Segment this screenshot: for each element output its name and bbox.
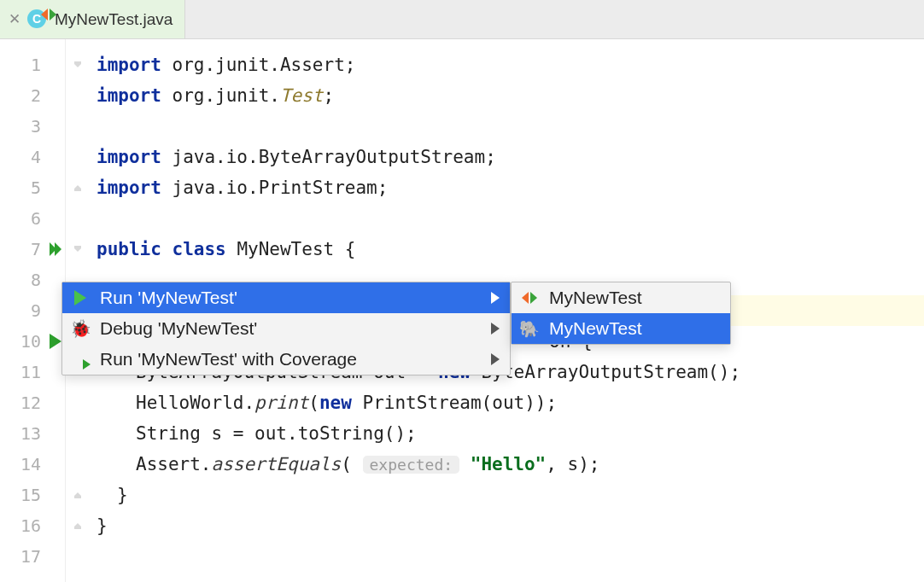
close-tab-icon[interactable]: ✕ [9,10,20,28]
line-number[interactable]: 16 [0,510,65,541]
run-class-gutter-icon[interactable] [55,242,61,256]
menu-item-debug[interactable]: 🐞 Debug 'MyNewTest' [62,313,510,344]
gradle-icon: 🐘 [520,319,539,339]
fold-marker-icon[interactable] [71,181,85,195]
code-line[interactable]: } [66,480,924,510]
menu-item-coverage[interactable]: Run 'MyNewTest' with Coverage [62,344,510,375]
line-number[interactable]: 2 [0,80,65,111]
editor-tabbar: ✕ C MyNewTest.java [0,0,924,39]
java-class-test-icon: C [27,9,48,30]
line-number[interactable]: 12 [0,387,65,418]
code-line[interactable] [66,203,924,234]
code-line[interactable]: public class MyNewTest { [66,234,924,265]
line-number[interactable]: 1 [0,49,65,80]
parameter-hint: expected: [363,456,460,474]
submenu-item-gradle[interactable]: 🐘 MyNewTest [512,313,730,344]
line-number[interactable]: 7 [0,234,65,265]
fold-marker-icon[interactable] [71,519,85,533]
menu-item-label: Debug 'MyNewTest' [100,318,257,339]
code-editor: 1 2 3 4 5 6 7 8 9 10 11 12 13 14 15 16 1… [0,39,924,582]
fold-marker-icon[interactable] [71,488,85,502]
code-line[interactable] [66,541,924,572]
fold-marker-icon[interactable] [71,242,85,256]
submenu-item-label: MyNewTest [549,318,642,339]
code-line[interactable]: import org.junit.Test; [66,80,924,111]
code-line[interactable]: import java.io.PrintStream; [66,172,924,203]
line-number[interactable]: 6 [0,203,65,234]
line-number[interactable]: 15 [0,480,65,510]
editor-tab[interactable]: ✕ C MyNewTest.java [0,0,185,38]
line-number[interactable]: 8 [0,265,65,295]
run-icon [71,290,90,306]
context-submenu: MyNewTest 🐘 MyNewTest [511,282,731,345]
code-line[interactable]: } [66,510,924,541]
submenu-arrow-icon [489,323,500,335]
coverage-icon [71,351,90,368]
context-menu: Run 'MyNewTest' 🐞 Debug 'MyNewTest' Run … [61,282,511,375]
junit-icon [520,290,539,306]
submenu-arrow-icon [489,353,500,365]
fold-marker-icon[interactable] [71,58,85,72]
junit-badge-icon [41,7,51,17]
tab-filename: MyNewTest.java [55,10,173,29]
code-line[interactable] [66,111,924,142]
line-number[interactable]: 9 [0,295,65,326]
code-line[interactable]: HelloWorld.print(new PrintStream(out)); [66,387,924,418]
code-line[interactable]: String s = out.toString(); [66,418,924,449]
line-number[interactable]: 14 [0,449,65,480]
line-number[interactable]: 3 [0,111,65,142]
line-number[interactable]: 17 [0,541,65,572]
editor-gutter: 1 2 3 4 5 6 7 8 9 10 11 12 13 14 15 16 1… [0,39,66,582]
menu-item-label: Run 'MyNewTest' with Coverage [100,349,357,370]
menu-item-run[interactable]: Run 'MyNewTest' [62,282,510,313]
submenu-arrow-icon [489,292,500,304]
line-number[interactable]: 13 [0,418,65,449]
code-line[interactable]: Assert.assertEquals( expected: "Hello", … [66,449,924,480]
submenu-item-junit[interactable]: MyNewTest [512,282,730,313]
line-number[interactable]: 4 [0,142,65,172]
line-number[interactable]: 5 [0,172,65,203]
submenu-item-label: MyNewTest [549,288,642,308]
line-number[interactable]: 10 [0,326,65,357]
code-line[interactable]: import java.io.ByteArrayOutputStream; [66,142,924,172]
run-test-gutter-icon[interactable] [50,334,61,349]
debug-icon: 🐞 [71,320,90,337]
menu-item-label: Run 'MyNewTest' [100,288,237,308]
line-number[interactable]: 11 [0,357,65,387]
code-line[interactable]: import org.junit.Assert; [66,49,924,80]
